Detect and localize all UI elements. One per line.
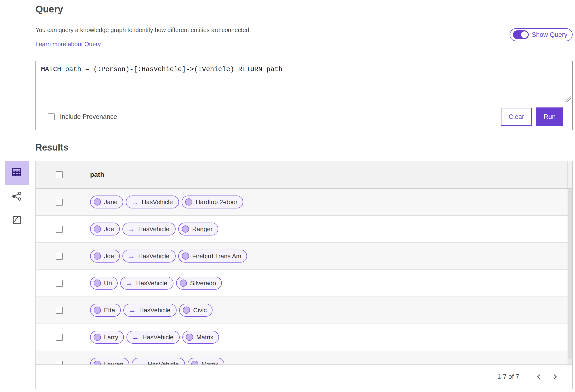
row-checkbox[interactable] bbox=[56, 307, 63, 314]
main-column: Query You can query a knowledge graph to… bbox=[35, 0, 573, 389]
table-scrollbar[interactable] bbox=[568, 189, 572, 365]
query-footer: Include Provenance Clear Run bbox=[36, 104, 572, 130]
arrow-right-icon: → bbox=[132, 334, 139, 341]
graph-view-button[interactable] bbox=[5, 185, 29, 209]
arrow-right-icon: → bbox=[131, 198, 138, 206]
entity-pill-target[interactable]: Civic bbox=[179, 304, 212, 317]
entity-label: Uri bbox=[104, 280, 112, 287]
entity-pill-source[interactable]: Etta bbox=[90, 304, 121, 317]
pagination-prev-button[interactable] bbox=[533, 370, 547, 384]
entity-pill-target[interactable]: Silverado bbox=[176, 277, 222, 290]
entity-node-icon bbox=[186, 334, 193, 341]
chevron-left-icon bbox=[537, 374, 543, 380]
entity-node-icon bbox=[94, 253, 101, 260]
arrow-right-icon: → bbox=[128, 225, 135, 233]
relation-pill[interactable]: → HasVehicle bbox=[126, 331, 180, 344]
scrollbar-thumb[interactable] bbox=[568, 189, 572, 359]
show-query-label: Show Query bbox=[532, 31, 567, 39]
entity-node-icon bbox=[94, 361, 101, 365]
entity-node-icon bbox=[94, 334, 101, 341]
relation-label: HasVehicle bbox=[142, 334, 173, 341]
entity-pill-target[interactable]: Hardtop 2-door bbox=[182, 196, 243, 208]
entity-pill-source[interactable]: Joe bbox=[90, 250, 120, 262]
query-description: You can query a knowledge graph to ident… bbox=[35, 26, 573, 34]
entity-pill-source[interactable]: Jane bbox=[90, 196, 123, 208]
select-all-checkbox[interactable] bbox=[56, 171, 63, 178]
arrow-right-icon: → bbox=[125, 280, 133, 287]
map-view-button[interactable] bbox=[5, 209, 29, 233]
row-checkbox[interactable] bbox=[56, 334, 63, 341]
entity-label: Joe bbox=[104, 225, 114, 233]
relation-pill[interactable]: → HasVehicle bbox=[120, 277, 173, 290]
row-checkbox[interactable] bbox=[56, 253, 63, 260]
arrow-right-icon: → bbox=[137, 361, 144, 365]
entity-pill-target[interactable]: Firebird Trans Am bbox=[178, 250, 247, 262]
include-provenance-row[interactable]: Include Provenance bbox=[48, 113, 117, 121]
entity-node-icon bbox=[180, 280, 187, 287]
page-title: Query bbox=[35, 4, 573, 15]
row-checkbox[interactable] bbox=[56, 226, 63, 233]
view-rail bbox=[5, 161, 29, 233]
run-button[interactable]: Run bbox=[536, 108, 563, 126]
relation-pill[interactable]: → HasVehicle bbox=[122, 250, 176, 262]
results-table: path Jane → HasVehicle Hardtop 2-door bbox=[35, 161, 573, 389]
relation-pill[interactable]: → HasVehicle bbox=[123, 304, 177, 317]
pagination-bar: 1-7 of 7 bbox=[36, 365, 572, 389]
entity-node-icon bbox=[94, 198, 101, 206]
row-path-cell: Larry → HasVehicle Matrix bbox=[83, 324, 572, 350]
relation-pill[interactable]: → HasVehicle bbox=[132, 358, 185, 365]
entity-label: Joe bbox=[104, 253, 114, 260]
row-select-cell bbox=[36, 351, 83, 365]
table-row: Lauren → HasVehicle Matrix bbox=[36, 351, 572, 365]
relation-pill[interactable]: → HasVehicle bbox=[122, 222, 176, 236]
entity-pill-source[interactable]: Joe bbox=[90, 222, 120, 236]
entity-label: Civic bbox=[193, 306, 207, 314]
relation-label: HasVehicle bbox=[139, 306, 170, 314]
clear-button[interactable]: Clear bbox=[501, 108, 532, 126]
entity-pill-source[interactable]: Larry bbox=[90, 331, 124, 344]
pagination-next-button[interactable] bbox=[547, 370, 561, 384]
entity-pill-source[interactable]: Uri bbox=[90, 277, 118, 290]
select-all-cell bbox=[36, 161, 83, 188]
table-row: Larry → HasVehicle Matrix bbox=[36, 324, 572, 351]
table-body: Jane → HasVehicle Hardtop 2-door Joe → H… bbox=[36, 189, 572, 365]
show-query-toggle[interactable]: Show Query bbox=[510, 28, 573, 41]
row-path-cell: Uri → HasVehicle Silverado bbox=[83, 270, 572, 297]
entity-label: Hardtop 2-door bbox=[195, 198, 238, 206]
query-editor-input[interactable]: MATCH path = (:Person)-[:HasVehicle]->(:… bbox=[36, 61, 572, 104]
entity-node-icon bbox=[94, 280, 101, 287]
table-view-icon bbox=[11, 167, 23, 179]
resize-handle-icon[interactable] bbox=[565, 96, 571, 102]
row-select-cell bbox=[36, 324, 83, 350]
row-path-cell: Lauren → HasVehicle Matrix bbox=[83, 351, 572, 365]
row-path-cell: Joe → HasVehicle Firebird Trans Am bbox=[83, 243, 572, 269]
learn-more-link[interactable]: Learn more about Query bbox=[35, 41, 101, 48]
row-select-cell bbox=[36, 243, 83, 269]
table-row: Joe → HasVehicle Ranger bbox=[36, 216, 572, 243]
entity-pill-target[interactable]: Matrix bbox=[182, 331, 219, 344]
entity-label: Firebird Trans Am bbox=[192, 253, 241, 260]
entity-label: Silverado bbox=[190, 280, 216, 287]
entity-pill-target[interactable]: Matrix bbox=[188, 358, 224, 365]
knowledge-graph-query-page: Query You can query a knowledge graph to… bbox=[0, 0, 575, 392]
entity-node-icon bbox=[183, 306, 190, 314]
path-column-header: path bbox=[90, 171, 104, 178]
row-checkbox[interactable] bbox=[56, 280, 63, 287]
table-row: Jane → HasVehicle Hardtop 2-door bbox=[36, 189, 572, 216]
table-row: Etta → HasVehicle Civic bbox=[36, 297, 572, 324]
entity-node-icon bbox=[191, 361, 198, 365]
entity-pill-source[interactable]: Lauren bbox=[90, 358, 129, 365]
entity-label: Jane bbox=[104, 198, 117, 206]
row-checkbox[interactable] bbox=[56, 361, 63, 365]
row-path-cell: Etta → HasVehicle Civic bbox=[83, 297, 572, 324]
table-row: Joe → HasVehicle Firebird Trans Am bbox=[36, 243, 572, 270]
entity-node-icon bbox=[182, 253, 189, 260]
map-view-icon bbox=[11, 215, 22, 226]
table-header-row: path bbox=[36, 161, 572, 189]
row-checkbox[interactable] bbox=[56, 199, 63, 206]
entity-pill-target[interactable]: Ranger bbox=[178, 222, 218, 236]
relation-pill[interactable]: → HasVehicle bbox=[126, 196, 179, 208]
toggle-switch-icon[interactable] bbox=[513, 30, 529, 39]
include-provenance-checkbox[interactable] bbox=[48, 113, 55, 120]
table-view-button[interactable] bbox=[5, 161, 29, 185]
